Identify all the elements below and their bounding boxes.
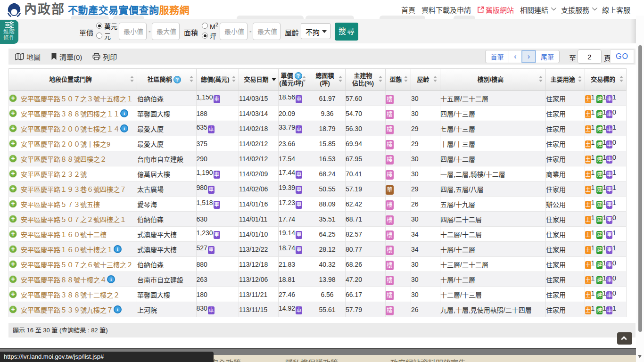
pagination-next-button[interactable]: ›	[521, 50, 536, 63]
expand-row-icon[interactable]: +	[9, 230, 17, 238]
expand-row-icon[interactable]: +	[9, 170, 17, 178]
pagination-first-button[interactable]: 首筆	[486, 50, 509, 63]
area-max-input[interactable]	[253, 23, 281, 40]
info-icon[interactable]: i	[114, 305, 122, 313]
info-icon[interactable]: i	[114, 245, 122, 253]
address-link[interactable]: 安平區慶平路５７３號五樓	[21, 199, 100, 209]
expand-row-icon[interactable]: +	[9, 215, 17, 223]
date-cell: 114/03/14	[239, 106, 279, 121]
area-cell: 13.98	[309, 272, 346, 287]
unit-price-cell: 18.74車	[279, 242, 309, 257]
age-select[interactable]: 不拘	[301, 23, 330, 39]
column-header-12[interactable]: 交易標的	[585, 68, 627, 91]
unit-price-max-input[interactable]	[152, 23, 180, 40]
unit-price-min-input[interactable]	[119, 23, 147, 40]
address-link[interactable]: 安平區慶平路５０７之２號四樓之１	[21, 214, 126, 224]
expand-row-icon[interactable]: +	[9, 275, 17, 283]
total-price-cell: 527車	[197, 242, 239, 257]
land-badge: 土	[585, 246, 591, 254]
table-row: +安平區慶平路５７３號五樓愛琴海1,518車114/01/1617.23車88.…	[8, 197, 627, 212]
nav-item-5[interactable]: 支援服務	[561, 5, 596, 15]
address-link[interactable]: 安平區慶平路５０７之６號十三樓之２	[21, 260, 133, 269]
expand-row-icon[interactable]: +	[9, 260, 17, 268]
radio-icon[interactable]	[96, 33, 102, 39]
map-view-button[interactable]: 地圖	[15, 52, 41, 62]
radio-icon[interactable]	[96, 23, 102, 29]
footer-link-3[interactable]: 政府網站資料開放宣告	[390, 357, 466, 362]
area-min-input[interactable]	[220, 23, 248, 40]
parking-included-badge: 車	[208, 246, 215, 254]
expand-row-icon[interactable]: +	[9, 109, 17, 117]
column-header-6[interactable]: 總面積(坪)	[309, 68, 346, 91]
column-header-5[interactable]: 單價?(萬元/坪)	[279, 68, 309, 91]
column-header-3[interactable]: 總價(萬元)	[197, 68, 239, 91]
column-header-11[interactable]: 主要用途	[546, 68, 585, 91]
scrollbar-down-arrow-icon[interactable]	[638, 355, 642, 358]
address-link[interactable]: 安平區慶平路３８８號十二樓之２	[21, 290, 120, 299]
address-link[interactable]: 安平區慶平路１９３巷６號四樓之７	[21, 184, 126, 194]
expand-row-icon[interactable]: +	[9, 185, 17, 193]
nav-item-label: 資料下載及申請	[421, 5, 471, 15]
info-icon[interactable]: i	[120, 124, 128, 132]
table-row: +安平區慶平路５３９號九樓之７i上河院830車113/11/1514.92車55…	[8, 302, 627, 317]
footer-link-2[interactable]: 隱私權保護政策	[285, 357, 338, 362]
nav-item-3[interactable]: 舊版網站	[477, 5, 514, 15]
sort-both-icon	[302, 76, 306, 83]
radio-icon[interactable]	[202, 33, 208, 39]
address-link[interactable]: 安平區慶平路２００號十樓之9	[21, 139, 110, 148]
building-badge: 建	[596, 276, 603, 284]
radio-option-yuan[interactable]: 元	[96, 32, 117, 40]
nav-item-2[interactable]: 資料下載及申請	[421, 5, 471, 15]
search-button[interactable]: 搜尋	[335, 23, 358, 41]
advanced-conditions-button[interactable]: 進階 條件	[0, 20, 18, 44]
expand-row-icon[interactable]: +	[9, 200, 17, 208]
radio-option-ping[interactable]: 坪	[202, 32, 218, 40]
nav-item-6[interactable]: 線上客服	[602, 5, 630, 15]
expand-row-icon[interactable]: +	[9, 124, 17, 132]
site-title[interactable]: 內政部不動產交易實價查詢服務網	[24, 2, 190, 16]
pagination-last-button[interactable]: 尾筆	[536, 50, 559, 63]
expand-row-icon[interactable]: +	[9, 305, 17, 313]
address-link[interactable]: 安平區慶平路３８８號四樓之１１	[21, 109, 120, 118]
info-icon[interactable]: i	[120, 109, 128, 117]
address-link[interactable]: 安平區慶平路８８號十樓之４	[21, 275, 107, 284]
building-type-badge: 樓	[386, 125, 394, 134]
address-link[interactable]: 安平區慶平路１６０號十樓之１	[21, 245, 113, 254]
column-header-8[interactable]: 型態	[386, 68, 411, 91]
address-link[interactable]: 安平區慶平路８８號四樓之２	[21, 154, 107, 164]
column-header-2[interactable]: 社區簡稱?	[137, 68, 197, 91]
expand-row-icon[interactable]: +	[9, 290, 17, 298]
print-button[interactable]: 列印	[92, 52, 117, 62]
page-number-input[interactable]	[578, 49, 602, 64]
go-button[interactable]: GO	[610, 49, 634, 64]
expand-row-icon[interactable]: +	[9, 140, 17, 148]
address-link[interactable]: 安平區慶平路５３９號九樓之７	[21, 305, 113, 314]
building-badge: 建	[596, 110, 603, 118]
saved-list-button[interactable]: 清單(0)	[51, 52, 82, 62]
column-header-1[interactable]: 地段位置或門牌	[8, 68, 137, 91]
radio-icon[interactable]	[202, 23, 208, 29]
scrollbar-thumb[interactable]	[638, 45, 643, 332]
address-link[interactable]: 安平區慶平路５０７之３號十五樓之１	[21, 94, 133, 103]
column-header-4[interactable]: 交易日期	[239, 68, 279, 91]
nav-item-4[interactable]: 相關連結	[520, 5, 555, 15]
expand-row-icon[interactable]: +	[9, 94, 17, 102]
help-icon[interactable]: ?	[295, 72, 302, 80]
address-link[interactable]: 安平區慶平路２３２號	[21, 169, 87, 179]
expand-row-icon[interactable]: +	[9, 155, 17, 163]
scroll-to-top-button[interactable]	[617, 332, 632, 345]
total-price-cell: 1,150車	[197, 91, 239, 106]
address-link[interactable]: 安平區慶平路２００號七樓之１４	[21, 124, 120, 133]
column-header-9[interactable]: 屋齡	[411, 68, 440, 91]
pagination-prev-button[interactable]: ‹	[509, 50, 522, 63]
vertical-scrollbar[interactable]	[636, 0, 644, 362]
column-header-7[interactable]: 主建物佔比(%)	[346, 68, 386, 91]
radio-option-wan[interactable]: 萬元	[96, 22, 117, 30]
expand-row-icon[interactable]: +	[9, 245, 17, 253]
info-icon[interactable]: i	[107, 275, 115, 283]
radio-option-m2[interactable]: M2	[202, 22, 218, 30]
column-header-10[interactable]: 樓別/樓高	[440, 68, 546, 91]
address-link[interactable]: 安平區慶平路１６０號十二樓	[21, 230, 107, 239]
help-icon[interactable]: ?	[173, 76, 181, 83]
nav-item-1[interactable]: 首頁	[401, 5, 415, 15]
